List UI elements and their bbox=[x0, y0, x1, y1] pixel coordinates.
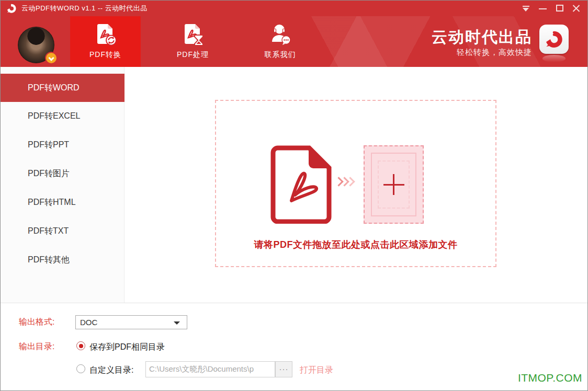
radio-custom-directory[interactable] bbox=[76, 364, 85, 373]
sidebar-item-label: PDF转图片 bbox=[28, 168, 70, 179]
user-avatar[interactable] bbox=[18, 27, 54, 63]
add-files-box[interactable] bbox=[364, 145, 424, 224]
dropzone-hint: 请将PDF文件拖放至此处或点击此区域添加文件 bbox=[216, 238, 495, 251]
sidebar: PDF转WORD PDF转EXCEL PDF转PPT PDF转图片 PDF转HT… bbox=[1, 67, 125, 303]
sidebar-item-label: PDF转TXT bbox=[28, 226, 69, 237]
output-format-label: 输出格式: bbox=[19, 317, 54, 328]
tab-pdf-convert[interactable]: PDF转换 bbox=[70, 16, 141, 67]
pdf-convert-icon bbox=[93, 22, 118, 47]
window-title: 云动PDF转WORD v1.1 -- 云动时代出品 bbox=[21, 4, 148, 13]
app-logo-icon bbox=[6, 3, 17, 14]
sidebar-item-pdf-to-image[interactable]: PDF转图片 bbox=[1, 159, 125, 188]
sidebar-item-pdf-to-excel[interactable]: PDF转EXCEL bbox=[1, 102, 125, 131]
sidebar-item-pdf-to-other[interactable]: PDF转其他 bbox=[1, 246, 125, 274]
contact-support-icon bbox=[268, 22, 293, 47]
browse-directory-button[interactable]: ··· bbox=[275, 361, 292, 377]
sidebar-item-label: PDF转其他 bbox=[28, 255, 70, 266]
tab-label: PDF处理 bbox=[177, 50, 209, 60]
chevron-down-icon bbox=[174, 321, 180, 325]
brand-subtitle: 轻松转换，高效快捷 bbox=[432, 48, 532, 58]
watermark-text: ITMOP.COM bbox=[518, 372, 582, 384]
sidebar-item-pdf-to-ppt[interactable]: PDF转PPT bbox=[1, 131, 125, 159]
sidebar-item-label: PDF转HTML bbox=[28, 197, 76, 208]
sidebar-item-label: PDF转EXCEL bbox=[28, 111, 80, 122]
sidebar-item-pdf-to-word[interactable]: PDF转WORD bbox=[1, 74, 125, 102]
radio-same-directory[interactable] bbox=[76, 341, 85, 350]
output-format-select[interactable]: DOC bbox=[75, 315, 187, 329]
output-format-value: DOC bbox=[80, 318, 97, 327]
nav-tabs: PDF转换 PDF处理 bbox=[70, 16, 332, 67]
avatar-chevron-badge-icon[interactable] bbox=[45, 52, 58, 64]
plus-icon bbox=[383, 174, 404, 195]
brand-app-icon bbox=[539, 25, 569, 54]
brand-area: 云动时代出品 轻松转换，高效快捷 bbox=[432, 25, 569, 58]
content-area: 请将PDF文件拖放至此处或点击此区域添加文件 bbox=[125, 67, 588, 303]
titlebar: 云动PDF转WORD v1.1 -- 云动时代出品 bbox=[1, 1, 587, 16]
pdf-document-icon bbox=[270, 145, 332, 224]
tab-contact-us[interactable]: 联系我们 bbox=[245, 16, 315, 67]
app-window: 云动PDF转WORD v1.1 -- 云动时代出品 bbox=[0, 0, 588, 391]
tab-pdf-process[interactable]: PDF处理 bbox=[157, 16, 228, 67]
minimize-button[interactable] bbox=[534, 1, 551, 16]
custom-directory-option-label[interactable]: 自定义目录: bbox=[89, 365, 133, 376]
tab-label: 联系我们 bbox=[265, 50, 296, 60]
file-dropzone[interactable]: 请将PDF文件拖放至此处或点击此区域添加文件 bbox=[215, 100, 496, 267]
brand-title: 云动时代出品 bbox=[432, 29, 532, 45]
menu-dropdown-icon[interactable] bbox=[517, 1, 534, 16]
top-nav: PDF转换 PDF处理 bbox=[1, 16, 587, 67]
sidebar-item-pdf-to-html[interactable]: PDF转HTML bbox=[1, 188, 125, 217]
sidebar-item-label: PDF转WORD bbox=[28, 83, 80, 94]
open-directory-link[interactable]: 打开目录 bbox=[300, 365, 333, 376]
pdf-process-icon bbox=[180, 22, 206, 47]
swirl-d-logo-icon bbox=[544, 29, 564, 50]
triple-chevron-right-icon bbox=[336, 178, 354, 185]
same-directory-option-label[interactable]: 保存到PDF相同目录 bbox=[89, 342, 165, 353]
output-options-panel: 输出格式: DOC 输出目录: 保存到PDF相同目录 自定义目录: ··· 打开… bbox=[1, 303, 587, 391]
maximize-button[interactable] bbox=[551, 1, 568, 16]
tab-label: PDF转换 bbox=[89, 50, 121, 60]
main-area: PDF转WORD PDF转EXCEL PDF转PPT PDF转图片 PDF转HT… bbox=[1, 67, 587, 303]
custom-directory-input[interactable] bbox=[145, 361, 275, 377]
sidebar-item-pdf-to-txt[interactable]: PDF转TXT bbox=[1, 217, 125, 246]
window-controls bbox=[517, 1, 584, 16]
sidebar-item-label: PDF转PPT bbox=[28, 140, 69, 151]
output-dir-label: 输出目录: bbox=[19, 341, 54, 352]
close-button[interactable] bbox=[568, 1, 584, 16]
